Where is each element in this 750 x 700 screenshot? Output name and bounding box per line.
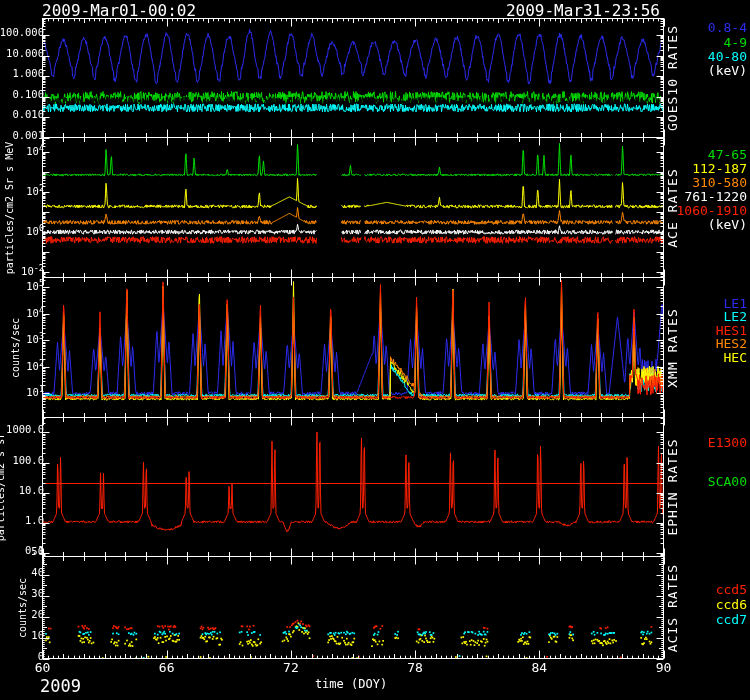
y-axis-title-acis: counts/sec [17, 577, 28, 637]
panel-title-ephin: EPHIN RATES [666, 438, 680, 535]
panel-title-goes: GOES10 RATES [666, 25, 680, 131]
y-axis-title-ephin: particles/cm2 s sr [0, 433, 6, 541]
legend-goes-0-8-4: 0.8-4 [708, 21, 747, 35]
axis-labels-layer: 100.00010.0001.0000.1000.0100.001GOES10 … [0, 0, 750, 700]
legend-goes--kev-: (keV) [708, 64, 747, 78]
y-tick-label-ephin: 1.0 [0, 515, 44, 527]
x-tick-label: 84 [521, 661, 557, 675]
legend-ephin-e1300: E1300 [708, 436, 747, 450]
y-tick-label-xmm: 104 [0, 306, 44, 319]
plot-end-datetime: 2009-Mar31-23:56 [506, 1, 660, 20]
y-tick-label-ephin: 10.0 [0, 485, 44, 497]
radiation-environment-plot: 100.00010.0001.0000.1000.0100.001GOES10 … [0, 0, 750, 700]
exponent: 4 [39, 143, 44, 153]
y-tick-label-acis: 50 [0, 546, 44, 558]
exponent: 1 [39, 384, 44, 394]
y-tick-label-xmm: 103 [0, 332, 44, 345]
y-tick-label-goes: 0.001 [0, 130, 44, 142]
x-axis-title: time (DOY) [276, 677, 426, 691]
x-tick-label: 90 [646, 661, 682, 675]
y-tick-label-ephin: 1000.0 [0, 424, 44, 436]
x-axis-year: 2009 [40, 676, 81, 696]
exponent: 5 [39, 278, 44, 288]
x-tick-label: 72 [273, 661, 309, 675]
y-axis-title-ace: particles/cm2 Sr s MeV [4, 141, 15, 273]
plot-start-datetime: 2009-Mar01-00:02 [42, 1, 196, 20]
y-tick-label-goes: 1.000 [0, 68, 44, 80]
exponent: 4 [39, 305, 44, 315]
exponent: 0 [39, 223, 44, 233]
exponent: 2 [39, 183, 44, 193]
legend-acis-ccd5: ccd5 [716, 583, 747, 597]
x-tick-label: 60 [25, 661, 61, 675]
y-tick-label-xmm: 105 [0, 279, 44, 292]
x-tick-label: 66 [149, 661, 185, 675]
y-tick-label-acis: 40 [0, 567, 44, 579]
panel-title-xmm: XMM RATES [666, 308, 680, 387]
y-tick-label-xmm: 102 [0, 359, 44, 372]
y-tick-label-goes: 10.000 [0, 48, 44, 60]
exponent: -2 [34, 263, 44, 273]
legend-acis-ccd6: ccd6 [716, 598, 747, 612]
legend-ephin-sca00: SCA00 [708, 475, 747, 489]
y-tick-label-goes: 0.010 [0, 109, 44, 121]
x-tick-label: 78 [397, 661, 433, 675]
y-tick-label-goes: 0.100 [0, 89, 44, 101]
panel-title-acis: ACIS RATES [666, 563, 680, 651]
legend-ace--kev-: (keV) [708, 218, 747, 232]
legend-xmm-hec: HEC [724, 351, 747, 365]
y-tick-label-ephin: 100.0 [0, 455, 44, 467]
legend-acis-ccd7: ccd7 [716, 613, 747, 627]
y-tick-label-xmm: 101 [0, 385, 44, 398]
exponent: 3 [39, 331, 44, 341]
y-axis-title-xmm: counts/sec [10, 317, 21, 377]
y-tick-label-goes: 100.000 [0, 27, 44, 39]
exponent: 2 [39, 358, 44, 368]
